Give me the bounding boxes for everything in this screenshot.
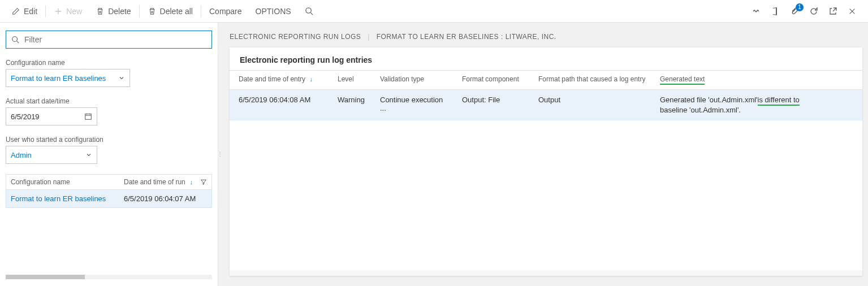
run-list-row[interactable]: Format to learn ER baselines 6/5/2019 06… (6, 189, 212, 208)
breadcrumb: ELECTRONIC REPORTING RUN LOGS | FORMAT T… (230, 33, 862, 41)
col-run-time-label: Date and time of run (124, 178, 185, 186)
filter-icon[interactable] (200, 179, 207, 185)
toolbar-separator (201, 5, 201, 18)
config-name-label: Configuration name (6, 59, 212, 67)
pencil-icon (11, 7, 20, 16)
config-name-select[interactable]: Format to learn ER baselines (6, 69, 130, 87)
delete-label: Delete (108, 7, 131, 16)
left-pane: Configuration name Format to learn ER ba… (0, 23, 218, 286)
col-run-time[interactable]: Date and time of run ↓ (124, 178, 207, 186)
cell-generated-text: Generated file 'out.Admin.xml' is differ… (654, 96, 859, 114)
toolbar-right: 1 (752, 7, 863, 16)
breadcrumb-separator: | (368, 33, 370, 41)
svg-rect-2 (85, 114, 92, 120)
col-format-path[interactable]: Format path that caused a log entry (533, 75, 654, 85)
right-pane: ELECTRONIC REPORTING RUN LOGS | FORMAT T… (222, 23, 868, 286)
run-list-header: Configuration name Date and time of run … (6, 174, 212, 189)
search-icon (305, 7, 314, 16)
grid-header: Date and time of entry ↓ Level Validatio… (230, 71, 862, 90)
delete-all-label: Delete all (160, 7, 193, 16)
start-date-label: Actual start date/time (6, 97, 212, 105)
calendar-icon (84, 112, 92, 120)
sort-down-icon: ↓ (190, 179, 193, 185)
svg-point-1 (12, 37, 18, 42)
col-generated-text[interactable]: Generated text (654, 75, 859, 85)
filter-input[interactable] (23, 34, 207, 45)
col-validation[interactable]: Validation type (374, 75, 456, 85)
svg-point-0 (306, 8, 311, 13)
link-icon[interactable] (752, 7, 761, 16)
log-panel: Electronic reporting run log entries Dat… (230, 47, 862, 276)
user-field: User who started a configuration Admin (6, 136, 212, 164)
left-scrollbar[interactable] (6, 275, 212, 280)
user-select[interactable]: Admin (6, 146, 97, 164)
toolbar-separator (139, 5, 140, 18)
panel-scrollbar[interactable] (230, 270, 862, 276)
compare-button[interactable]: Compare (202, 0, 249, 23)
options-button[interactable]: OPTIONS (249, 0, 298, 23)
cell-datetime: 6/5/2019 06:04:08 AM (233, 96, 332, 104)
toolbar-separator (45, 5, 46, 18)
sort-down-icon: ↓ (309, 76, 313, 83)
start-date-field: Actual start date/time 6/5/2019 (6, 97, 212, 125)
close-icon[interactable] (848, 7, 857, 16)
row-config-name: Format to learn ER baselines (11, 194, 124, 203)
filter-input-wrap[interactable] (6, 31, 212, 49)
start-date-input[interactable]: 6/5/2019 (6, 107, 97, 125)
chevron-down-icon (85, 151, 92, 158)
breadcrumb-current: FORMAT TO LEARN ER BASELINES : LITWARE, … (377, 33, 556, 41)
col-format-component[interactable]: Format component (456, 75, 533, 85)
chevron-down-icon (118, 75, 125, 81)
col-generated-text-label: Generated text (660, 75, 705, 85)
refresh-icon[interactable] (809, 7, 818, 16)
col-config-name[interactable]: Configuration name (11, 178, 124, 186)
compare-label: Compare (209, 7, 242, 16)
options-label: OPTIONS (256, 7, 291, 16)
col-datetime-label: Date and time of entry (239, 75, 305, 83)
trash-icon (96, 7, 105, 16)
search-button[interactable] (298, 0, 321, 23)
gen-text-part1: Generated file 'out.Admin.xml' (660, 96, 758, 104)
cell-level: Warning (332, 96, 374, 104)
grid-row[interactable]: 6/5/2019 06:04:08 AM Warning Continue ex… (230, 90, 862, 120)
col-level[interactable]: Level (332, 75, 374, 85)
app-toolbar: Edit New Delete Delete all Compare OPTIO… (0, 0, 868, 23)
office-icon[interactable] (771, 7, 780, 16)
gen-text-highlight: is different to (758, 96, 800, 106)
row-run-time: 6/5/2019 06:04:07 AM (124, 194, 207, 203)
plus-icon (54, 7, 63, 16)
start-date-value: 6/5/2019 (11, 112, 40, 121)
new-label: New (66, 7, 82, 16)
delete-all-button[interactable]: Delete all (141, 0, 200, 23)
delete-button[interactable]: Delete (89, 0, 137, 23)
cell-format-path: Output (533, 96, 654, 104)
user-label: User who started a configuration (6, 136, 212, 144)
new-button[interactable]: New (47, 0, 89, 23)
config-name-value: Format to learn ER baselines (11, 74, 106, 83)
breadcrumb-root[interactable]: ELECTRONIC REPORTING RUN LOGS (230, 33, 361, 41)
panel-title: Electronic reporting run log entries (230, 47, 862, 71)
col-datetime[interactable]: Date and time of entry ↓ (233, 75, 332, 85)
attachments-button[interactable]: 1 (790, 7, 799, 16)
search-icon (11, 35, 20, 44)
log-grid: Date and time of entry ↓ Level Validatio… (230, 71, 862, 270)
popout-icon[interactable] (828, 7, 837, 16)
cell-format-component: Output: File (456, 96, 533, 104)
edit-button[interactable]: Edit (5, 0, 44, 23)
notification-badge: 1 (796, 3, 804, 11)
edit-label: Edit (24, 7, 37, 16)
gen-text-part3: baseline 'out.Admin.xml'. (660, 106, 741, 114)
main-area: Configuration name Format to learn ER ba… (0, 23, 868, 286)
user-value: Admin (11, 151, 32, 159)
cell-validation: Continue execution ... (374, 96, 456, 112)
scrollbar-thumb[interactable] (6, 275, 85, 279)
trash-icon (148, 7, 157, 16)
config-name-field: Configuration name Format to learn ER ba… (6, 59, 212, 87)
